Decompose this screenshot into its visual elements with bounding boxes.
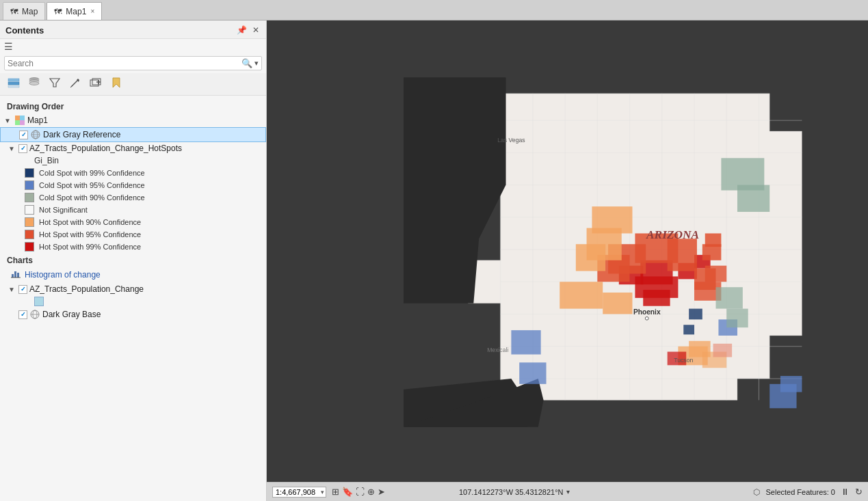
tucson-label: Tucson bbox=[674, 357, 693, 364]
tab-close-button[interactable]: × bbox=[90, 8, 94, 15]
bookmark-nav-icon[interactable]: 🔖 bbox=[342, 487, 353, 497]
phoenix-dot bbox=[645, 316, 648, 320]
scale-wrapper: 1:4,667,908 bbox=[272, 487, 326, 498]
scale-dropdown[interactable]: 1:4,667,908 bbox=[272, 487, 326, 498]
map1-tab-icon: 🗺 bbox=[54, 8, 62, 16]
coordinates-dropdown-icon[interactable]: ▾ bbox=[566, 488, 570, 496]
expand-arrow-map1[interactable]: ▼ bbox=[4, 117, 12, 124]
expand-arrow-az-hotspots[interactable]: ▼ bbox=[8, 145, 16, 152]
svg-rect-86 bbox=[737, 185, 770, 212]
map-nav-icons: ⊞ 🔖 ⛶ ⊕ ➤ bbox=[332, 487, 385, 497]
mexicali-label: Mexicali bbox=[487, 347, 508, 353]
legend-swatch-6 bbox=[25, 242, 34, 252]
svg-rect-12 bbox=[90, 80, 98, 86]
checkbox-dark-gray-reference[interactable] bbox=[19, 131, 28, 139]
go-to-extent-icon[interactable]: ⊞ bbox=[332, 487, 339, 497]
svg-rect-81 bbox=[511, 330, 540, 354]
tab-map1-label: Map1 bbox=[66, 7, 86, 16]
contents-panel: Contents 📌 ✕ ☰ 🔍 ▾ bbox=[0, 21, 267, 501]
coordinates-display: 107.1412273°W 35.4312821°N ▾ bbox=[459, 488, 570, 496]
legend-label-5: Hot Spot with 95% Confidence bbox=[39, 230, 141, 239]
arrow-nav-icon[interactable]: ➤ bbox=[378, 487, 385, 497]
svg-rect-27 bbox=[14, 271, 16, 277]
histogram-label[interactable]: Histogram of change bbox=[25, 270, 101, 280]
svg-marker-16 bbox=[113, 78, 120, 87]
legend-item-1: Cold Spot with 95% Confidence bbox=[0, 179, 266, 191]
map-area[interactable]: ARIZONA Las Vegas Phoenix Tucson Mexical… bbox=[267, 21, 868, 501]
charts-label: Charts bbox=[7, 256, 259, 265]
svg-rect-68 bbox=[705, 233, 722, 247]
edit-icon[interactable] bbox=[67, 75, 83, 93]
search-filter-icon[interactable]: ▾ bbox=[254, 59, 259, 68]
svg-rect-70 bbox=[705, 266, 726, 282]
tab-map1[interactable]: 🗺 Map1 × bbox=[47, 2, 102, 20]
svg-line-11 bbox=[70, 86, 72, 87]
search-input[interactable] bbox=[8, 59, 239, 68]
selected-features-text: Selected Features: 0 bbox=[765, 488, 835, 496]
dark-gray-reference-label: Dark Gray Reference bbox=[43, 130, 261, 139]
legend-item-4: Hot Spot with 90% Confidence bbox=[0, 216, 266, 228]
tree-item-dark-gray-reference[interactable]: Dark Gray Reference bbox=[0, 127, 266, 142]
tree-item-az-pop-change[interactable]: ▼ AZ_Tracts_Population_Change bbox=[0, 283, 266, 295]
status-bar: 1:4,667,908 ⊞ 🔖 ⛶ ⊕ ➤ 107.1412273°W 35.4… bbox=[267, 482, 868, 501]
refresh-button[interactable]: ↻ bbox=[855, 487, 863, 497]
svg-rect-88 bbox=[726, 309, 748, 328]
filter-icon[interactable] bbox=[47, 75, 63, 93]
svg-rect-18 bbox=[20, 116, 25, 120]
dark-gray-base-label: Dark Gray Base bbox=[42, 310, 262, 319]
map1-layer-icon bbox=[14, 115, 25, 126]
dark-gray-base-icon bbox=[29, 309, 40, 320]
legend-swatch-0 bbox=[25, 168, 34, 178]
map-canvas[interactable]: ARIZONA Las Vegas Phoenix Tucson Mexical… bbox=[404, 31, 861, 474]
checkbox-az-pop-change[interactable] bbox=[18, 285, 27, 294]
pin-icon[interactable]: 📌 bbox=[235, 25, 248, 36]
full-extent-icon[interactable]: ⛶ bbox=[356, 487, 365, 497]
tree-item-az-hotspots[interactable]: ▼ AZ_Tracts_Population_Change_HotSpots bbox=[0, 142, 266, 154]
az-pop-change-label: AZ_Tracts_Population_Change bbox=[29, 284, 262, 294]
svg-marker-8 bbox=[50, 79, 60, 87]
tree-item-map1[interactable]: ▼ Map1 bbox=[0, 113, 266, 127]
filter-list-icon[interactable]: ☰ bbox=[4, 41, 13, 52]
close-panel-icon[interactable]: ✕ bbox=[251, 25, 261, 36]
bookmark-icon[interactable] bbox=[108, 75, 124, 93]
legend-item-2: Cold Spot with 90% Confidence bbox=[0, 191, 266, 204]
legend-swatch-1 bbox=[25, 180, 34, 190]
las-vegas-label: Las Vegas bbox=[497, 137, 525, 144]
svg-rect-90 bbox=[713, 344, 733, 357]
search-icon[interactable]: 🔍 bbox=[239, 58, 254, 68]
map-svg[interactable]: ARIZONA Las Vegas Phoenix Tucson Mexical… bbox=[404, 31, 861, 474]
svg-rect-65 bbox=[668, 239, 697, 271]
legend-swatch-5 bbox=[25, 230, 34, 239]
legend-item-0: Cold Spot with 99% Confidence bbox=[0, 167, 266, 179]
az-hotspots-label: AZ_Tracts_Population_Change_HotSpots bbox=[29, 144, 262, 153]
legend-label-0: Cold Spot with 99% Confidence bbox=[39, 169, 145, 177]
dark-gray-reference-icon bbox=[30, 129, 41, 140]
contents-title: Contents bbox=[5, 25, 44, 36]
legend-swatch-4 bbox=[25, 217, 34, 227]
legend-swatch-2 bbox=[25, 193, 34, 202]
tree-item-dark-gray-base[interactable]: Dark Gray Base bbox=[0, 308, 266, 321]
expand-arrow-az-pop[interactable]: ▼ bbox=[8, 286, 16, 293]
status-right: ⬡ Selected Features: 0 ⏸ ↻ bbox=[753, 487, 863, 497]
svg-rect-84 bbox=[780, 376, 802, 392]
tab-map[interactable]: 🗺 Map bbox=[3, 2, 45, 20]
svg-rect-79 bbox=[683, 325, 694, 334]
contents-header-icons: 📌 ✕ bbox=[235, 25, 261, 36]
legend-label-3: Not Significant bbox=[39, 206, 88, 214]
legend-item-3: Not Significant bbox=[0, 204, 266, 216]
phoenix-label: Phoenix bbox=[633, 308, 661, 316]
histogram-chart-item[interactable]: Histogram of change bbox=[7, 267, 259, 282]
checkbox-dark-gray-base[interactable] bbox=[18, 310, 27, 319]
selected-features-icon: ⬡ bbox=[753, 487, 760, 497]
arizona-label: ARIZONA bbox=[646, 228, 699, 241]
contents-body: Drawing Order ▼ Map1 bbox=[0, 96, 266, 501]
pause-button[interactable]: ⏸ bbox=[841, 487, 850, 497]
checkbox-az-hotspots[interactable] bbox=[18, 144, 27, 153]
drawing-order-icon[interactable] bbox=[5, 75, 22, 93]
database-icon[interactable] bbox=[26, 75, 42, 93]
zoom-in-icon[interactable]: ⊕ bbox=[367, 487, 375, 497]
new-group-icon[interactable] bbox=[88, 75, 104, 93]
pop-change-swatch bbox=[34, 297, 44, 306]
svg-rect-73 bbox=[592, 206, 632, 233]
no-expand-dark-gray bbox=[9, 131, 17, 139]
